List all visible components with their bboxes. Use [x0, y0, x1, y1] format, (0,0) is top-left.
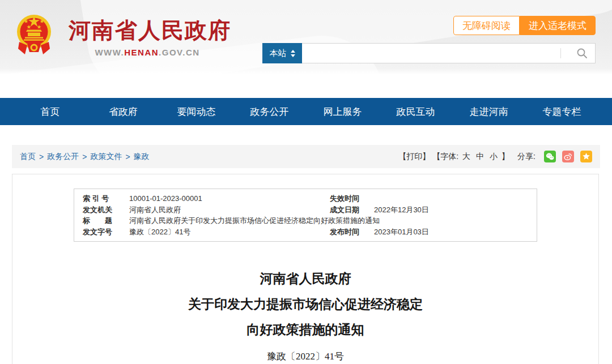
font-size-label-open: 【字体:: [432, 152, 458, 162]
accessibility-reading-button[interactable]: 无障碍阅读: [453, 16, 520, 35]
font-size-medium-button[interactable]: 中: [476, 152, 484, 162]
font-size-small-button[interactable]: 小: [490, 152, 498, 162]
wechat-share-icon[interactable]: [544, 151, 556, 162]
breadcrumb-bar: 首页 > 政务公开 > 政策文件 > 豫政 【打印】 【字体: 大 中 小 】 …: [12, 145, 600, 168]
page-tools: 【打印】 【字体: 大 中 小 】 分享:: [398, 151, 592, 162]
article-container: 索 引 号 10001-01-2023-00001 失效时间 发文机关 河南省人…: [12, 174, 599, 364]
document-number: 豫政〔2022〕41号: [12, 350, 598, 363]
page: 河南省人民政府 WWW.HENAN.GOV.CN 无障碍阅读 进入适老模式 本站: [0, 0, 612, 364]
breadcrumb-separator: >: [39, 152, 44, 161]
table-row: 发文机关 河南省人民政府 成文日期 2022年12月30日: [74, 204, 537, 216]
print-button[interactable]: 【打印】: [398, 152, 430, 162]
search-icon: [576, 48, 588, 59]
national-emblem-logo[interactable]: [16, 11, 52, 60]
breadcrumb-gov-affairs[interactable]: 政务公开: [47, 152, 79, 162]
nav-item-special-topics[interactable]: 专题专栏: [525, 98, 598, 125]
meta-label-expiry-date: 失效时间: [330, 193, 374, 204]
search-bar: 本站: [262, 43, 596, 63]
document-meta-table: 索 引 号 10001-01-2023-00001 失效时间 发文机关 河南省人…: [74, 189, 537, 242]
breadcrumb-separator: >: [82, 152, 87, 161]
meta-value-issuing-agency: 河南省人民政府: [129, 204, 330, 216]
meta-label-written-date: 成文日期: [330, 204, 374, 216]
meta-label-issuing-agency: 发文机关: [83, 204, 129, 216]
table-row: 发文字号 豫政〔2022〕41号 发布时间 2023年01月03日: [74, 226, 537, 238]
breadcrumb: 首页 > 政务公开 > 政策文件 > 豫政: [20, 152, 150, 162]
meta-value-doc-number: 豫政〔2022〕41号: [129, 226, 330, 238]
meta-label-index-no: 索 引 号: [83, 193, 129, 204]
elder-mode-button[interactable]: 进入适老模式: [520, 16, 596, 35]
updown-arrows-icon: [291, 50, 295, 57]
meta-value-title: 河南省人民政府关于印发大力提振市场信心促进经济稳定向好政策措施的通知: [129, 215, 528, 226]
nav-item-provincial-gov[interactable]: 省政府: [87, 98, 160, 125]
font-size-label-close: 】: [502, 152, 509, 162]
document-title-line1: 河南省人民政府: [12, 266, 598, 292]
meta-label-publish-date: 发布时间: [330, 226, 374, 238]
meta-label-doc-number: 发文字号: [83, 226, 129, 238]
table-row: 标 题 河南省人民政府关于印发大力提振市场信心促进经济稳定向好政策措施的通知: [74, 215, 537, 226]
search-scope-label: 本站: [270, 48, 287, 59]
site-header: 河南省人民政府 WWW.HENAN.GOV.CN 无障碍阅读 进入适老模式 本站: [0, 0, 612, 98]
search-input[interactable]: [302, 44, 560, 63]
document-title-line3: 向好政策措施的通知: [12, 317, 598, 342]
favorite-star-share-icon[interactable]: [580, 151, 592, 162]
nav-item-news[interactable]: 要闻动态: [160, 98, 233, 125]
weibo-share-icon[interactable]: [562, 151, 574, 162]
meta-value-written-date: 2022年12月30日: [374, 204, 528, 216]
meta-value-publish-date: 2023年01月03日: [374, 226, 528, 238]
table-row: 索 引 号 10001-01-2023-00001 失效时间: [74, 193, 537, 204]
search-button[interactable]: [569, 44, 595, 63]
nav-item-online-services[interactable]: 网上服务: [306, 98, 379, 125]
nav-item-home[interactable]: 首页: [14, 98, 87, 125]
share-label: 分享:: [517, 152, 536, 162]
breadcrumb-home[interactable]: 首页: [20, 152, 36, 162]
search-separator: [560, 48, 561, 58]
nav-item-gov-affairs[interactable]: 政务公开: [233, 98, 306, 125]
nav-item-interaction[interactable]: 政民互动: [379, 98, 452, 125]
font-size-large-button[interactable]: 大: [462, 152, 470, 162]
document-title-line2: 关于印发大力提振市场信心促进经济稳定: [12, 292, 598, 317]
search-scope-dropdown[interactable]: 本站: [262, 43, 302, 63]
mode-buttons: 无障碍阅读 进入适老模式: [453, 16, 596, 35]
breadcrumb-current: 豫政: [134, 152, 150, 162]
main-nav: 首页 省政府 要闻动态 政务公开 网上服务 政民互动 走进河南 专题专栏: [0, 98, 612, 125]
meta-value-expiry-date: [374, 193, 528, 204]
breadcrumb-separator: >: [125, 152, 130, 161]
document-title: 河南省人民政府 关于印发大力提振市场信心促进经济稳定 向好政策措施的通知: [12, 266, 598, 342]
meta-value-index-no: 10001-01-2023-00001: [129, 193, 330, 204]
site-title[interactable]: 河南省人民政府: [69, 15, 231, 46]
nav-item-about-henan[interactable]: 走进河南: [452, 98, 525, 125]
meta-label-title: 标 题: [83, 215, 129, 226]
site-url: WWW.HENAN.GOV.CN: [69, 48, 226, 57]
breadcrumb-policy-files[interactable]: 政策文件: [90, 152, 122, 162]
